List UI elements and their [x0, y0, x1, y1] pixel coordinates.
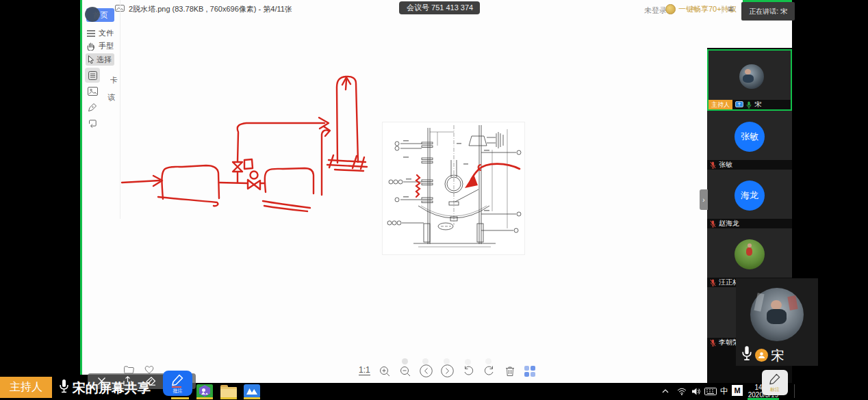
tray-volume-icon[interactable]	[690, 384, 702, 398]
annotate-pen-label: 批注	[163, 388, 192, 395]
ink-pen-icon	[88, 103, 97, 112]
delete-image-button[interactable]	[505, 365, 515, 377]
mic-muted-icon	[710, 161, 716, 169]
avatar	[739, 64, 764, 89]
sidebar-divider	[120, 0, 120, 219]
speaking-tooltip-text: 正在讲话: 宋	[749, 7, 787, 16]
mic-muted-icon	[710, 339, 716, 347]
meeting-id-text: 会议号 751 413 374	[407, 3, 473, 13]
taskbar-active-underline	[220, 397, 237, 399]
vip-banner[interactable]: 一键畅享70+特权	[665, 4, 737, 14]
participant-name: 张敏	[719, 160, 732, 170]
annotation-entry-button[interactable]: 标注	[762, 370, 788, 395]
next-image-button[interactable]	[441, 364, 454, 377]
chevron-left-circle-icon	[420, 364, 433, 377]
menu-icon[interactable]: ≡	[728, 3, 734, 14]
redo-rotate-icon	[483, 365, 495, 377]
page-dot[interactable]	[485, 358, 492, 364]
taskbar-app-blue[interactable]	[244, 384, 260, 398]
host-badge: 主持人	[709, 100, 732, 109]
image-panel-icon	[88, 87, 98, 96]
annotate-pen-button[interactable]: 批注	[163, 371, 192, 396]
pencil-icon	[171, 373, 184, 386]
screen-share-banner-text: 宋的屏幕共享	[73, 379, 151, 397]
sidebar-item-thumbnail-list[interactable]	[85, 68, 100, 83]
mic-muted-icon	[710, 279, 716, 286]
participant-tile-song[interactable]: 主持人 宋	[707, 49, 792, 111]
collapse-panel-handle[interactable]: ›	[700, 189, 708, 210]
shared-technical-drawing	[382, 122, 525, 255]
presenter-mic-icon	[59, 379, 69, 394]
thumbnail-grid-button[interactable]	[524, 366, 535, 377]
coin-icon	[665, 4, 676, 14]
viewer-filename: 2脱水塔.png (83.78KB , 760x696像素) - 第4/11张	[129, 4, 292, 14]
pencil-icon	[769, 373, 781, 385]
sidebar-item-hand[interactable]: 手型	[87, 41, 114, 51]
taskbar-app-file-explorer[interactable]	[220, 385, 237, 397]
share-border-left	[80, 0, 82, 383]
meeting-screen-share-view: 2脱水塔.png (83.78KB , 760x696像素) - 第4/11张 …	[0, 0, 868, 400]
select-label: 选择	[97, 55, 112, 65]
hand-label: 手型	[99, 41, 114, 51]
rotate-right-button[interactable]	[483, 365, 495, 377]
zoom-out-button[interactable]	[399, 365, 411, 377]
screen-sharing-icon	[735, 101, 743, 108]
rotate-left-button[interactable]	[463, 365, 474, 377]
zoom-in-button[interactable]	[379, 365, 390, 377]
avatar-initials: 张敏	[735, 122, 765, 152]
cursor-select-icon	[88, 55, 94, 64]
participant-name: 赵海龙	[719, 219, 739, 228]
annotation-entry-label: 标注	[762, 386, 788, 393]
zoom-in-icon	[379, 366, 390, 377]
tray-wifi-icon[interactable]	[675, 384, 689, 398]
avatar-initials: 海龙	[735, 181, 765, 211]
mic-muted-icon	[710, 220, 716, 228]
sidebar-item-select[interactable]: 选择	[86, 53, 114, 66]
meeting-id-pill[interactable]: 会议号 751 413 374	[399, 1, 480, 14]
taskbar-active-underline	[244, 397, 260, 399]
file-label: 文件	[99, 28, 114, 38]
participant-tile-zhaohailong[interactable]: 海龙 赵海龙	[707, 170, 792, 228]
header-divider: |	[721, 4, 723, 14]
speaking-tooltip: 正在讲话: 宋	[741, 2, 795, 21]
list-panel-icon	[88, 71, 97, 80]
taskbar-active-underline	[171, 397, 189, 399]
avatar	[735, 239, 765, 269]
file-list-icon	[87, 30, 95, 37]
show-desktop-divider	[794, 384, 795, 398]
overlay-name: 宋	[771, 347, 784, 365]
page-dot[interactable]	[465, 359, 471, 365]
sidebar-item-ink-pen[interactable]	[86, 102, 99, 113]
tray-touch-keyboard-icon[interactable]	[703, 384, 718, 398]
tray-language-indicator[interactable]: M	[732, 385, 743, 396]
zoom-out-icon	[400, 366, 411, 377]
participant-tile-zhangmin[interactable]: 张敏 张敏	[707, 111, 792, 170]
tray-ime-mode[interactable]: 中	[719, 384, 730, 398]
page-dot[interactable]	[444, 358, 450, 364]
remote-cursor-dot	[85, 7, 100, 22]
undo-rotate-icon	[463, 365, 474, 377]
previous-image-button[interactable]	[420, 364, 433, 377]
host-person-icon	[755, 349, 768, 362]
mic-on-icon	[746, 101, 752, 109]
hand-tool-icon	[87, 42, 95, 51]
login-status[interactable]: 未登录	[644, 5, 667, 16]
avatar-large	[750, 288, 804, 341]
sidebar-item-return[interactable]	[86, 118, 99, 129]
overlay-mic-icon	[741, 345, 752, 362]
participant-name: 宋	[754, 100, 761, 109]
actual-size-button[interactable]: 1:1	[359, 366, 370, 375]
return-arrow-icon	[88, 120, 97, 129]
page-dot-active[interactable]	[402, 358, 408, 364]
floating-video-song[interactable]: 宋	[736, 278, 818, 366]
host-role-badge: 主持人	[0, 377, 52, 398]
clipped-panel-text-1: 卡	[110, 75, 118, 85]
sidebar-item-file[interactable]: 文件	[87, 28, 114, 38]
sidebar-item-image-panel[interactable]	[86, 85, 99, 96]
tray-show-hidden-icons[interactable]	[659, 384, 672, 398]
trash-icon	[505, 366, 515, 377]
chevron-right-circle-icon	[441, 364, 454, 377]
page-dot[interactable]	[422, 358, 429, 364]
taskbar-active-underline	[196, 397, 213, 399]
taskbar-app-picture-viewer[interactable]	[196, 384, 213, 398]
